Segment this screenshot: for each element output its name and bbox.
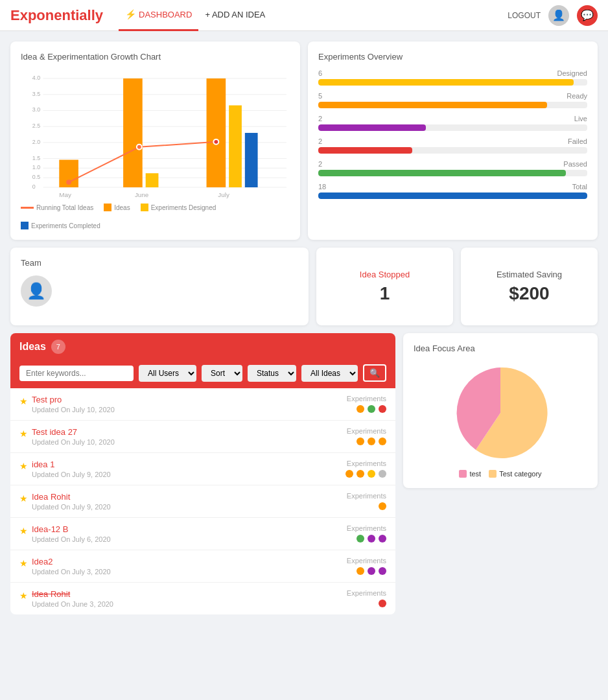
idea-focus-title: Idea Focus Area bbox=[414, 344, 587, 353]
idea-name[interactable]: Idea Rohit bbox=[32, 492, 111, 502]
dot bbox=[379, 438, 386, 445]
idea-name[interactable]: idea 1 bbox=[32, 460, 111, 469]
list-item: ★ idea 1 Updated On July 9, 2020 Experim… bbox=[10, 453, 395, 485]
legend-label-category: Test category bbox=[499, 470, 541, 478]
legend-item-designed: Experiments Designed bbox=[141, 204, 216, 211]
dot bbox=[379, 502, 386, 510]
idea-date: Updated On July 9, 2020 bbox=[32, 471, 111, 478]
estimated-saving-label: Estimated Saving bbox=[497, 270, 562, 279]
star-icon[interactable]: ★ bbox=[19, 558, 28, 568]
legend-item-running: Running Total Ideas bbox=[21, 204, 93, 211]
chat-button[interactable]: 💬 bbox=[577, 5, 598, 26]
dot bbox=[379, 600, 386, 607]
legend-color-completed bbox=[21, 222, 29, 229]
logout-button[interactable]: LOGOUT bbox=[508, 11, 541, 20]
exp-count-total: 18 bbox=[318, 183, 326, 191]
legend-color-test bbox=[459, 470, 467, 478]
star-icon[interactable]: ★ bbox=[19, 396, 28, 406]
star-icon[interactable]: ★ bbox=[19, 526, 28, 536]
exp-row-total: 18 Total bbox=[318, 183, 587, 199]
exp-dots bbox=[347, 502, 386, 510]
legend-label-completed: Experiments Completed bbox=[31, 222, 100, 229]
idea-stopped-value: 1 bbox=[380, 283, 390, 304]
legend-label-designed: Experiments Designed bbox=[151, 204, 216, 211]
legend-label-test: test bbox=[469, 470, 481, 478]
dot bbox=[368, 535, 375, 542]
svg-text:2.0: 2.0 bbox=[32, 139, 40, 145]
star-icon[interactable]: ★ bbox=[19, 461, 28, 471]
svg-rect-22 bbox=[229, 106, 242, 187]
list-item: ★ Idea2 Updated On July 3, 2020 Experime… bbox=[10, 550, 395, 583]
top-row: Idea & Experimentation Growth Chart 4.0 … bbox=[10, 41, 598, 240]
header: Exponentially ⚡ DASHBOARD + ADD AN IDEA … bbox=[0, 0, 608, 31]
exp-bar-ready bbox=[318, 102, 547, 108]
exp-label-passed: Passed bbox=[563, 160, 587, 168]
header-right: LOGOUT 👤 💬 bbox=[508, 5, 598, 26]
dot bbox=[368, 438, 375, 445]
ideas-filter[interactable]: All Ideas bbox=[301, 365, 358, 382]
list-item: ★ Idea Rohit Updated On June 3, 2020 Exp… bbox=[10, 583, 395, 614]
exp-row-failed: 2 Failed bbox=[318, 137, 587, 154]
status-filter[interactable]: Status bbox=[248, 365, 296, 382]
idea-date: Updated On June 3, 2020 bbox=[32, 600, 113, 608]
star-icon[interactable]: ★ bbox=[19, 428, 28, 439]
legend-color-running bbox=[21, 207, 34, 209]
sort-filter[interactable]: Sort bbox=[202, 365, 242, 382]
growth-chart-svg: 4.0 3.5 3.0 2.5 2.0 1.5 1.0 0.5 0 bbox=[21, 69, 290, 199]
svg-text:1.5: 1.5 bbox=[32, 155, 40, 161]
experiments-label: Experiments bbox=[345, 460, 386, 467]
svg-text:May: May bbox=[59, 191, 71, 198]
exp-count-ready: 5 bbox=[318, 92, 322, 100]
dot bbox=[368, 470, 375, 478]
experiments-label: Experiments bbox=[347, 524, 386, 532]
star-icon[interactable]: ★ bbox=[19, 493, 28, 504]
legend-item-test: test bbox=[459, 470, 481, 478]
team-avatar: 👤 bbox=[21, 275, 52, 307]
svg-text:July: July bbox=[218, 191, 229, 198]
idea-name[interactable]: Idea2 bbox=[32, 557, 111, 566]
star-icon[interactable]: ★ bbox=[19, 590, 28, 601]
svg-text:4.0: 4.0 bbox=[32, 75, 40, 81]
svg-rect-21 bbox=[207, 78, 226, 187]
list-item: ★ Test idea 27 Updated On July 10, 2020 … bbox=[10, 421, 395, 453]
ideas-count: 7 bbox=[51, 340, 65, 354]
experiments-label: Experiments bbox=[347, 557, 386, 565]
svg-text:3.0: 3.0 bbox=[32, 106, 40, 113]
nav-dashboard[interactable]: ⚡ DASHBOARD bbox=[119, 0, 198, 31]
search-button[interactable]: 🔍 bbox=[363, 364, 386, 382]
exp-row-live: 2 Live bbox=[318, 115, 587, 131]
exp-dots bbox=[347, 405, 386, 413]
svg-text:1.0: 1.0 bbox=[32, 164, 40, 170]
legend-item-ideas: Ideas bbox=[104, 204, 130, 211]
experiments-overview-card: Experiments Overview 6 Designed 5 Ready … bbox=[308, 41, 598, 240]
avatar[interactable]: 👤 bbox=[548, 5, 569, 26]
exp-label-failed: Failed bbox=[568, 137, 587, 145]
growth-chart-title: Idea & Experimentation Growth Chart bbox=[21, 52, 290, 62]
svg-text:2.5: 2.5 bbox=[32, 122, 40, 129]
exp-label-designed: Designed bbox=[557, 69, 587, 77]
idea-name[interactable]: Test idea 27 bbox=[32, 427, 115, 437]
exp-bar-designed bbox=[318, 79, 574, 86]
legend-label-ideas: Ideas bbox=[114, 204, 130, 211]
ideas-title: Ideas bbox=[19, 341, 46, 353]
idea-name[interactable]: Idea-12 B bbox=[32, 524, 111, 534]
legend-label-running: Running Total Ideas bbox=[36, 204, 93, 211]
pie-chart-svg bbox=[449, 361, 552, 465]
exp-dots bbox=[347, 600, 386, 607]
exp-dots bbox=[347, 567, 386, 575]
nav-add-idea[interactable]: + ADD AN IDEA bbox=[198, 0, 272, 31]
svg-text:0.5: 0.5 bbox=[32, 174, 40, 180]
list-item: ★ Idea-12 B Updated On July 6, 2020 Expe… bbox=[10, 518, 395, 550]
exp-bar-total bbox=[318, 192, 587, 199]
svg-text:3.5: 3.5 bbox=[32, 91, 40, 97]
idea-name-deleted[interactable]: Idea Rohit bbox=[32, 589, 113, 599]
keyword-input[interactable] bbox=[19, 366, 134, 381]
logo[interactable]: Exponentially bbox=[10, 7, 103, 24]
users-filter[interactable]: All Users bbox=[139, 365, 196, 382]
exp-dots bbox=[347, 535, 386, 542]
growth-chart-card: Idea & Experimentation Growth Chart 4.0 … bbox=[10, 41, 300, 240]
pie-legend: test Test category bbox=[459, 470, 541, 478]
experiments-label: Experiments bbox=[347, 589, 386, 597]
idea-name[interactable]: Test pro bbox=[32, 395, 115, 404]
idea-focus-card: Idea Focus Area test bbox=[403, 333, 598, 488]
